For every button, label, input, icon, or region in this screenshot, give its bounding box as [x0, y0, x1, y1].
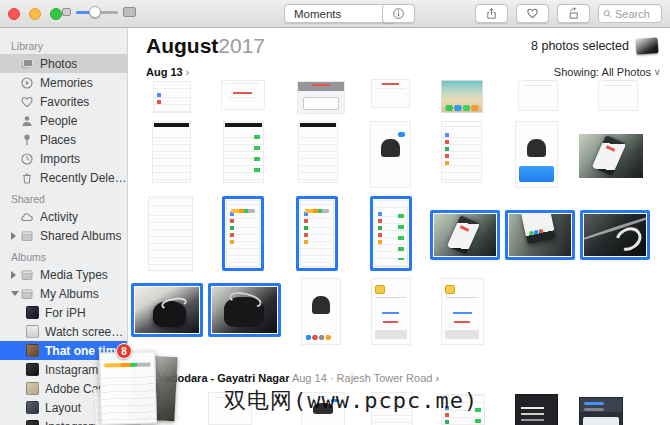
photo-thumbnail-selected[interactable]	[505, 210, 575, 260]
photo-thumbnail-image	[212, 287, 277, 333]
moment-date: Aug 14	[292, 372, 327, 384]
disclosure-triangle-icon[interactable]	[11, 291, 20, 296]
photo-thumbnail-image	[226, 200, 260, 267]
photo-thumbnail[interactable]	[441, 80, 483, 113]
favorite-button[interactable]	[516, 4, 549, 23]
photo-thumbnail[interactable]	[518, 80, 558, 111]
toolbar-buttons	[382, 4, 662, 23]
sidebar-item-label: Recently Deleted	[40, 171, 127, 185]
sidebar-item-recently-deleted[interactable]: Recently Deleted	[0, 168, 127, 187]
photo-thumbnail[interactable]	[298, 121, 338, 183]
photo-thumbnail[interactable]	[371, 79, 410, 108]
pin-icon	[20, 133, 34, 147]
photo-thumbnail-image	[153, 81, 191, 113]
thumbnail-size-small-icon	[62, 8, 71, 16]
photo-thumbnail-image	[579, 134, 643, 178]
album-thumbnail-icon	[26, 382, 39, 395]
search-field[interactable]	[598, 4, 662, 23]
chevron-right-icon: ›	[435, 372, 439, 384]
photo-thumbnail[interactable]	[515, 121, 558, 188]
photo-thumbnail[interactable]	[441, 278, 484, 345]
slider-knob[interactable]	[89, 6, 101, 18]
photo-thumbnail[interactable]	[579, 397, 623, 425]
sidebar-item-label: Imports	[40, 152, 80, 166]
photo-thumbnail[interactable]	[515, 394, 558, 425]
moment-sublocation[interactable]: Rajesh Tower Road	[337, 372, 433, 384]
sidebar-section-library: Library	[0, 38, 127, 54]
album-thumbnail-icon	[26, 401, 39, 414]
heart-icon	[526, 7, 539, 20]
photo-thumbnail[interactable]	[598, 80, 638, 111]
photo-thumbnail[interactable]	[301, 278, 341, 345]
share-icon	[485, 7, 498, 20]
minimize-button[interactable]	[29, 8, 41, 20]
photo-thumbnail[interactable]	[153, 81, 191, 113]
sidebar-item-people[interactable]: People	[0, 111, 127, 130]
album-thumbnail-icon	[26, 306, 39, 319]
photo-thumbnail-image	[152, 121, 191, 183]
thumbnail-size-large-icon	[123, 7, 136, 17]
window-controls	[8, 8, 62, 20]
album-icon	[20, 268, 34, 282]
sidebar-item-places[interactable]: Places	[0, 130, 127, 149]
photo-thumbnail[interactable]	[579, 134, 643, 178]
photo-thumbnail[interactable]	[221, 80, 265, 110]
memories-icon	[20, 76, 34, 90]
sidebar-item-media-types[interactable]: Media Types	[0, 265, 127, 284]
photo-thumbnail-selected[interactable]	[370, 196, 412, 271]
thumbnail-zoom-control	[62, 6, 136, 18]
sidebar-item-photos[interactable]: Photos	[0, 54, 127, 73]
drag-preview: 8	[96, 340, 182, 425]
rotate-button[interactable]	[557, 4, 590, 23]
sidebar-item-watch-screensh[interactable]: Watch screensh…	[0, 322, 127, 341]
trash-icon	[20, 171, 34, 185]
sidebar-item-label: Watch screensh…	[45, 325, 127, 339]
info-button[interactable]	[382, 4, 415, 23]
photo-thumbnail[interactable]	[370, 121, 411, 188]
rotate-icon	[567, 7, 580, 20]
photo-thumbnail[interactable]	[297, 81, 345, 114]
clock-icon	[20, 152, 34, 166]
sidebar-item-shared-albums[interactable]: Shared Albums	[0, 226, 127, 245]
disclosure-triangle-icon[interactable]	[11, 232, 20, 240]
photo-thumbnail[interactable]	[152, 121, 191, 183]
view-mode-selector[interactable]: Moments	[284, 4, 396, 23]
photo-thumbnail-selected[interactable]	[296, 196, 338, 271]
photo-thumbnail-image	[441, 80, 483, 113]
photo-thumbnail-selected[interactable]	[222, 196, 264, 271]
photo-thumbnail[interactable]	[148, 196, 193, 271]
sidebar-item-favorites[interactable]: Favorites	[0, 92, 127, 111]
photo-thumbnail-image	[515, 394, 558, 425]
sidebar-item-memories[interactable]: Memories	[0, 73, 127, 92]
sidebar-item-imports[interactable]: Imports	[0, 149, 127, 168]
photo-thumbnail-selected[interactable]	[208, 283, 281, 337]
photo-thumbnail-selected[interactable]	[430, 210, 500, 260]
close-button[interactable]	[8, 8, 20, 20]
album-thumbnail-icon	[26, 325, 39, 338]
sidebar-item-my-albums[interactable]: My Albums	[0, 284, 127, 303]
thumbnail-zoom-slider[interactable]	[76, 6, 118, 18]
photo-thumbnail[interactable]	[371, 278, 411, 345]
sidebar-item-label: Memories	[40, 76, 93, 90]
sidebar-item-for-iph[interactable]: For iPH	[0, 303, 127, 322]
zoom-window-button[interactable]	[50, 8, 62, 20]
photo-thumbnail-selected[interactable]	[131, 283, 203, 337]
photo-thumbnail[interactable]	[441, 121, 482, 183]
disclosure-triangle-icon[interactable]	[11, 271, 20, 279]
sidebar-item-label: For iPH	[45, 306, 86, 320]
photo-thumbnail[interactable]	[223, 121, 264, 183]
photos-app-window: Moments LibraryPhotosMemoriesFavoritesPe…	[0, 0, 670, 425]
share-button[interactable]	[475, 4, 508, 23]
sidebar-section-shared: Shared	[0, 191, 127, 207]
sidebar-item-label: Places	[40, 133, 76, 147]
photo-thumbnail-image	[297, 81, 345, 114]
photo-thumbnail-selected[interactable]	[580, 210, 650, 260]
photo-thumbnail-image	[374, 200, 408, 267]
sidebar-item-label: Photos	[40, 57, 77, 71]
photo-grid	[128, 28, 670, 425]
search-input[interactable]	[615, 8, 657, 20]
photo-thumbnail-image	[598, 80, 638, 111]
cloud-icon	[20, 210, 34, 224]
sidebar-item-label: My Albums	[40, 287, 99, 301]
sidebar-item-activity[interactable]: Activity	[0, 207, 127, 226]
